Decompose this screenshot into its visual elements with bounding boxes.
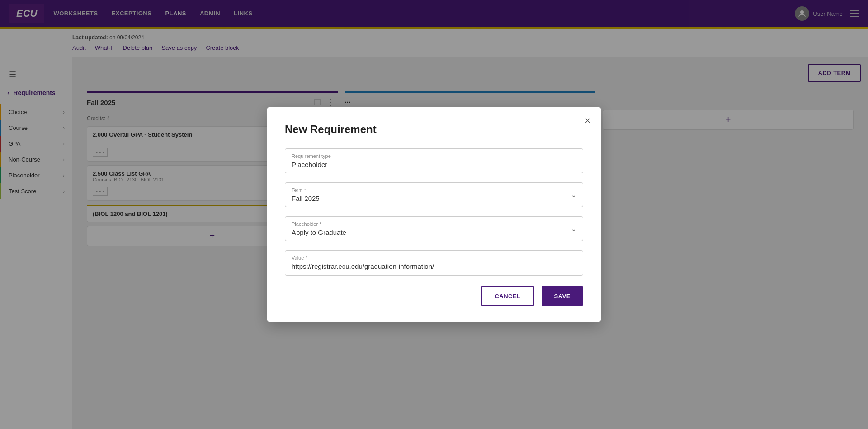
term-value: Fall 2025 [292, 195, 571, 202]
requirement-type-group: Requirement type Placeholder [285, 148, 583, 173]
new-requirement-modal: × New Requirement Requirement type Place… [267, 107, 601, 322]
requirement-type-value: Placeholder [292, 161, 576, 168]
value-label: Value * [292, 255, 576, 261]
term-field[interactable]: Term * Fall 2025 ⌄ [285, 182, 583, 207]
value-field[interactable]: Value * [285, 250, 583, 276]
placeholder-chevron-icon: ⌄ [571, 225, 576, 233]
requirement-type-field[interactable]: Requirement type Placeholder [285, 148, 583, 173]
value-input[interactable] [292, 262, 576, 270]
modal-title: New Requirement [285, 123, 583, 136]
term-chevron-icon: ⌄ [571, 191, 576, 199]
term-label: Term * [292, 187, 571, 193]
requirement-type-label: Requirement type [292, 153, 576, 159]
placeholder-label: Placeholder * [292, 221, 571, 227]
placeholder-value: Apply to Graduate [292, 229, 571, 236]
save-button[interactable]: SAVE [542, 286, 583, 306]
modal-overlay: × New Requirement Requirement type Place… [0, 0, 868, 429]
placeholder-group: Placeholder * Apply to Graduate ⌄ [285, 216, 583, 241]
modal-actions: CANCEL SAVE [285, 286, 583, 306]
placeholder-field[interactable]: Placeholder * Apply to Graduate ⌄ [285, 216, 583, 241]
cancel-button[interactable]: CANCEL [481, 286, 534, 306]
term-group: Term * Fall 2025 ⌄ [285, 182, 583, 207]
value-group: Value * [285, 250, 583, 276]
modal-close-button[interactable]: × [585, 116, 590, 126]
